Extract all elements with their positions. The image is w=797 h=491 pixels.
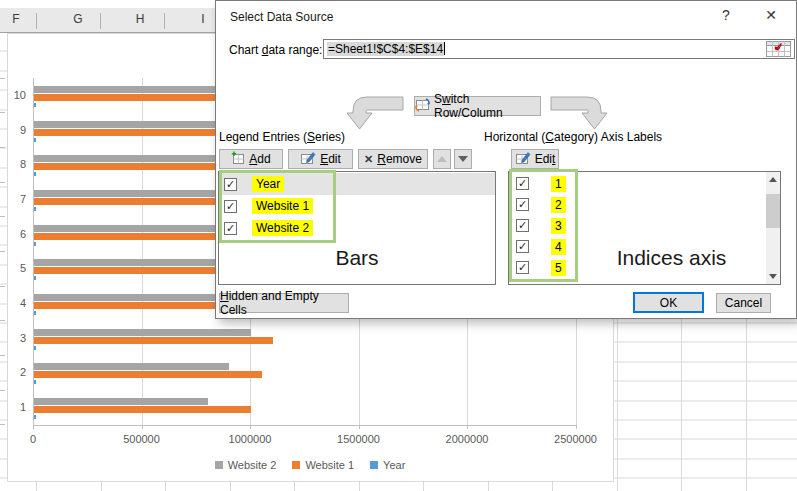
curved-arrow-left — [347, 97, 403, 129]
axis-labels-scrollbar[interactable] — [766, 172, 780, 284]
checkbox-checked-icon[interactable]: ✓ — [516, 177, 529, 190]
axis-labels-listbox[interactable]: ✓ 1 ✓ 2 ✓ 3 ✓ 4 ✓ 5 Indices axis — [508, 171, 781, 285]
edit-icon — [300, 151, 316, 168]
close-icon[interactable]: ✕ — [759, 7, 783, 27]
scrollbar-down-icon[interactable] — [766, 269, 780, 284]
screen: F G H I 05000001000000150000020000002500… — [0, 0, 797, 491]
up-arrow-icon — [437, 156, 447, 162]
axis-label-value: 5 — [551, 260, 566, 276]
switch-direction-arrows — [346, 94, 612, 134]
checkbox-checked-icon[interactable]: ✓ — [516, 240, 529, 253]
column-separator — [164, 13, 165, 29]
remove-series-button[interactable]: ✕ Remove — [358, 149, 428, 169]
checkbox-checked-icon[interactable]: ✓ — [516, 198, 529, 211]
edit-button-label: Edit — [320, 152, 341, 166]
indices-axis-annotation: Indices axis — [579, 246, 764, 270]
move-series-up-button[interactable] — [433, 149, 451, 169]
checkbox-checked-icon[interactable]: ✓ — [224, 200, 237, 213]
scrollbar-up-icon[interactable] — [766, 172, 780, 187]
axis-label-value: 1 — [551, 176, 566, 192]
add-series-button[interactable]: Add — [219, 149, 283, 169]
ok-button[interactable]: OK — [633, 292, 704, 313]
series-name: Website 2 — [252, 220, 313, 236]
column-header-h[interactable]: H — [130, 12, 150, 26]
edit-axis-labels-button[interactable]: Edit — [511, 149, 559, 169]
range-selector-icon[interactable] — [766, 41, 791, 62]
chart-data-range-value: =Sheet1!$C$4:$E$14 — [327, 42, 444, 56]
series-name: Year — [252, 176, 284, 192]
axis-label-row-1[interactable]: ✓ 1 — [509, 173, 780, 194]
add-button-label: Add — [249, 152, 270, 166]
remove-button-label: Remove — [377, 152, 422, 166]
down-arrow-icon — [458, 156, 468, 162]
chart-data-range-input[interactable]: =Sheet1!$C$4:$E$14 — [323, 39, 795, 59]
select-data-source-dialog: Select Data Source ? ✕ Chart data range:… — [215, 0, 797, 319]
hidden-button-label: Hidden and Empty Cells — [220, 289, 348, 317]
axis-label-value: 4 — [551, 239, 566, 255]
axis-label-row-3[interactable]: ✓ 3 — [509, 215, 780, 236]
legend-entries-label: Legend Entries (Series) — [219, 130, 345, 144]
text-caret — [444, 42, 445, 55]
column-header-g[interactable]: G — [68, 12, 88, 26]
chart-data-range-label: Chart data range: — [229, 43, 322, 57]
move-series-down-button[interactable] — [454, 149, 472, 169]
checkbox-checked-icon[interactable]: ✓ — [224, 178, 237, 191]
checkbox-checked-icon[interactable]: ✓ — [224, 222, 237, 235]
add-icon — [231, 151, 245, 168]
series-name: Website 1 — [252, 198, 313, 214]
remove-icon: ✕ — [364, 153, 373, 166]
axis-label-row-2[interactable]: ✓ 2 — [509, 194, 780, 215]
column-separator — [36, 13, 37, 29]
checkbox-checked-icon[interactable]: ✓ — [516, 219, 529, 232]
edit-icon — [515, 151, 531, 168]
edit-axis-button-label: Edit — [535, 152, 556, 166]
legend-entries-listbox[interactable]: ✓ Year ✓ Website 1 ✓ Website 2 Bars — [218, 171, 496, 285]
axis-label-value: 2 — [551, 197, 566, 213]
series-row-website1[interactable]: ✓ Website 1 — [219, 195, 495, 217]
help-icon[interactable]: ? — [716, 7, 736, 27]
checkbox-checked-icon[interactable]: ✓ — [516, 261, 529, 274]
bars-annotation: Bars — [219, 246, 495, 270]
column-header-i[interactable]: I — [193, 12, 213, 26]
axis-label-value: 3 — [551, 218, 566, 234]
curved-arrow-right — [551, 97, 607, 129]
scrollbar-thumb[interactable] — [766, 194, 780, 228]
series-row-website2[interactable]: ✓ Website 2 — [219, 217, 495, 239]
column-header-f[interactable]: F — [6, 12, 26, 26]
column-separator — [100, 13, 101, 29]
cancel-button[interactable]: Cancel — [716, 293, 771, 313]
dialog-title: Select Data Source — [230, 10, 333, 24]
hidden-and-empty-cells-button[interactable]: Hidden and Empty Cells — [219, 293, 349, 313]
series-row-year[interactable]: ✓ Year — [219, 173, 495, 195]
edit-series-button[interactable]: Edit — [288, 149, 353, 169]
